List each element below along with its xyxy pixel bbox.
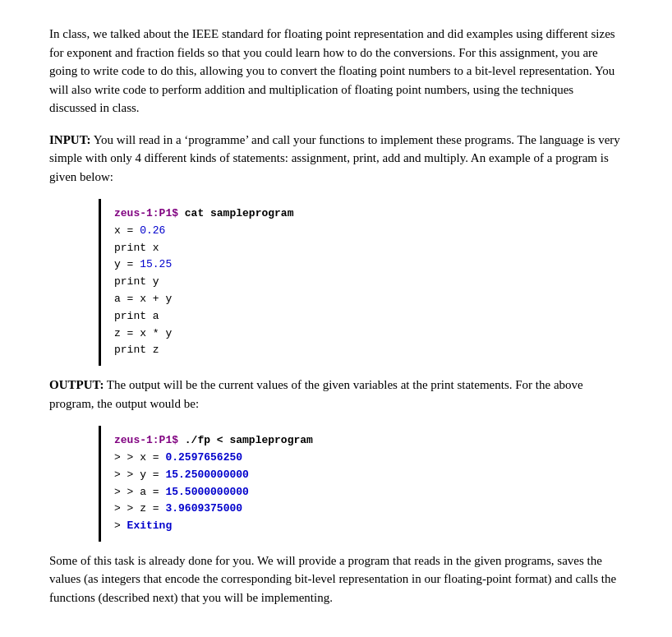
intro-text: In class, we talked about the IEEE stand… <box>49 27 615 114</box>
code-line-6: print a <box>114 308 623 325</box>
code-line-7: z = x * y <box>114 325 623 343</box>
output-line-x: > > x = 0.2597656250 <box>114 450 623 467</box>
output-text: The output will be the current values of… <box>49 378 583 410</box>
closing-text: Some of this task is already done for yo… <box>49 554 616 604</box>
input-paragraph: INPUT: You will read in a ‘programme’ an… <box>49 131 623 187</box>
input-text: You will read in a ‘programme’ and call … <box>49 133 620 183</box>
code-line-3: y = 15.25 <box>114 256 623 274</box>
code-line-prompt-1: zeus-1:P1$ cat sampleprogram <box>114 205 623 223</box>
cmd-2: ./fp < sampleprogram <box>178 434 313 446</box>
code-line-2: print x <box>114 240 623 257</box>
output-paragraph: OUTPUT: The output will be the current v… <box>49 376 623 413</box>
cmd-1: cat sampleprogram <box>178 207 293 219</box>
output-line-y: > > y = 15.2500000000 <box>114 467 623 484</box>
code-block-1: zeus-1:P1$ cat sampleprogram x = 0.26 pr… <box>99 199 623 366</box>
code-line-prompt-2: zeus-1:P1$ ./fp < sampleprogram <box>114 432 623 450</box>
prompt-1: zeus-1:P1$ <box>114 207 178 219</box>
closing-paragraph: Some of this task is already done for yo… <box>49 552 623 607</box>
prompt-2: zeus-1:P1$ <box>114 434 178 446</box>
code-line-8: print z <box>114 342 623 359</box>
code-block-2: zeus-1:P1$ ./fp < sampleprogram > > x = … <box>99 426 623 542</box>
output-line-exiting: > Exiting <box>114 518 623 535</box>
code-line-4: print y <box>114 274 623 291</box>
output-line-z: > > z = 3.9609375000 <box>114 501 623 518</box>
code-line-5: a = x + y <box>114 291 623 308</box>
output-label: OUTPUT: <box>49 378 104 391</box>
intro-paragraph: In class, we talked about the IEEE stand… <box>49 25 623 118</box>
output-line-a: > > a = 15.5000000000 <box>114 484 623 501</box>
code-line-1: x = 0.26 <box>114 223 623 240</box>
page-container: In class, we talked about the IEEE stand… <box>0 0 672 637</box>
input-label: INPUT: <box>49 133 91 146</box>
